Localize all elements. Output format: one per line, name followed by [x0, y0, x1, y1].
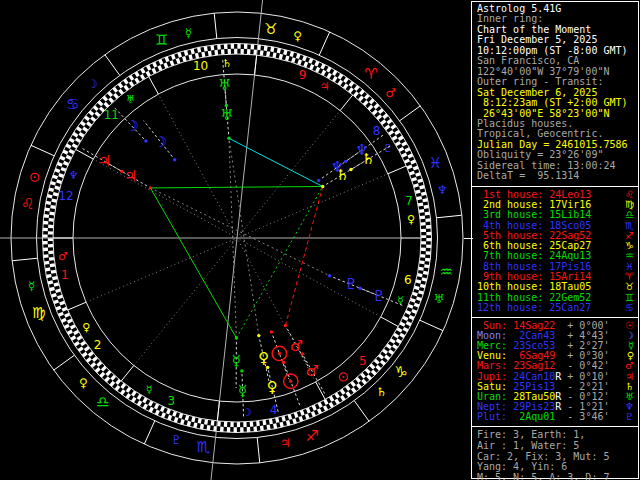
sign-leo-glyph: ♌ [21, 195, 34, 213]
planet-moon-natal-glyph: ☽ [154, 133, 167, 151]
houses-block: 1st house: 24Leo13♌ 2nd house: 17Vir16♍ … [472, 190, 638, 314]
house-ruler-icon: ♆ [69, 169, 79, 182]
natal-degree-dot [173, 158, 176, 161]
house-cusp-line [121, 365, 134, 381]
planet-uranus-transit-glyph: ♅ [218, 76, 231, 94]
house-cusp-line [316, 382, 326, 400]
house-ruler-icon: ♀ [82, 321, 90, 334]
aspect-square-line [285, 186, 322, 325]
sign-glyph-icon: ♋ [625, 303, 634, 313]
natal-degree-dot [321, 185, 324, 188]
sign-sagittarius-glyph: ♐ [305, 427, 318, 445]
sign-libra-glyph: ♎ [96, 393, 109, 411]
house-cusp-line [340, 95, 353, 111]
planet-glyph-icon: ♇ [625, 412, 634, 422]
planets-block: Sun: 14Sag22 + 0°00'☉Moon: 2Can43 + 4°43… [472, 321, 638, 421]
sign-ruler-icon: ♂ [385, 86, 396, 100]
house-number: 10 [193, 59, 208, 73]
house-ruler-icon: ♅ [126, 93, 136, 106]
planet-mercury-natal-glyph: ☿ [232, 352, 241, 370]
sign-taurus-glyph: ♉ [264, 20, 277, 38]
house-row: 12th house: 25Can27♋ [477, 303, 638, 313]
stat-line: Air : 1, Water: 5 [477, 441, 638, 452]
sign-cusp-line [54, 355, 75, 370]
sign-ruler-icon: ♄ [376, 385, 387, 399]
house-cusp-line [68, 302, 86, 310]
sign-cusp-line [420, 320, 443, 330]
planet-venus-transit-glyph: ♀ [267, 378, 278, 396]
house-ruler-icon: ♂ [58, 250, 68, 263]
sign-virgo-glyph: ♍ [32, 304, 45, 322]
sign-ruler-icon: ♆ [437, 183, 448, 197]
info-line: DeltaT = 95.1314 [477, 171, 638, 181]
chart-wheel: ♈♂♉♀♊☿♋☽♌♍☿♎♀♏♇♐♃♑♄♒♅♓♆1♂2♀3☿4☽56☿7♀8♇9♃… [0, 0, 471, 480]
sign-ruler-icon: ☿ [185, 26, 192, 40]
sign-cusp-line [354, 401, 369, 422]
sign-scorpio-glyph: ♏ [196, 438, 210, 456]
natal-degree-dot [328, 274, 331, 277]
sign-cusp-line [257, 437, 260, 462]
natal-degree-dot [257, 334, 260, 337]
sign-cusp-line [12, 258, 37, 261]
separator [472, 426, 638, 427]
sign-ruler-icon: ☿ [28, 279, 35, 293]
sign-cusp-line [214, 13, 217, 38]
sign-capricorn-glyph: ♑ [395, 363, 408, 381]
sign-pisces-glyph: ♓ [428, 154, 441, 172]
planet-row: Mars: 23Sag12 - 0°42'♂ [477, 361, 638, 371]
sign-ruler-icon: ♀ [79, 376, 88, 390]
house-ruler-icon: ☿ [397, 294, 404, 307]
house-number: 7 [405, 194, 413, 208]
house-number: 12 [58, 189, 73, 203]
sign-cusp-line [400, 106, 421, 121]
info-line: 8:12:23am (ST +2:00 GMT) [477, 98, 638, 108]
sign-ruler-icon: ♇ [171, 433, 182, 447]
natal-degree-dot [235, 336, 238, 339]
transit-degree-dot [144, 139, 147, 142]
house-number: 4 [270, 403, 278, 417]
house-number: 2 [94, 338, 102, 352]
planet-neptune-transit-glyph: ♆ [355, 141, 368, 159]
planet-jupiter-natal-glyph: ♃ [124, 167, 137, 185]
natal-degree-dot [227, 137, 230, 140]
house-cusp-line [149, 77, 159, 95]
house-ruler-icon: ♀ [407, 213, 415, 226]
aspect-trine-line [150, 188, 236, 338]
planet-glyph-icon: ♂ [625, 361, 634, 371]
separator [472, 317, 638, 318]
sign-ruler-sun-icon [34, 176, 36, 178]
house-ruler-icon: ♇ [383, 142, 393, 155]
house-cusp-line [217, 401, 219, 421]
house-cusp-line [388, 166, 406, 174]
sign-cancer-glyph: ♋ [66, 95, 79, 113]
info-panel: Astrolog 5.41GInner ring:Chart of the Mo… [471, 1, 639, 479]
astrolog-screen: ♈♂♉♀♊☿♋☽♌♍☿♎♀♏♇♐♃♑♄♒♅♓♆1♂2♀3☿4☽56☿7♀8♇9♃… [0, 0, 640, 480]
horizon-tick [464, 238, 473, 239]
planet-moon-transit-glyph: ☽ [126, 117, 139, 135]
house-ruler-icon: ♄ [222, 57, 232, 70]
sign-ruler-icon: ♀ [293, 29, 302, 43]
planet-pluto-natal-glyph: ♇ [344, 275, 357, 293]
house-ruler-icon: ♃ [320, 80, 330, 93]
stat-line: M: 5, N: 5, A: 3, D: 7 [477, 473, 638, 480]
planet-neptune-natal-glyph: ♆ [331, 158, 344, 176]
house-number: 8 [373, 124, 381, 138]
house-cusp-line [255, 55, 257, 75]
planet-mars-natal-glyph: ♂ [290, 337, 303, 355]
sign-cusp-line [436, 215, 461, 218]
transit-degree-dot [349, 168, 352, 171]
house-cusp-line [76, 149, 94, 159]
sign-cusp-line [105, 55, 120, 76]
planet-pluto-transit-glyph: ♇ [372, 287, 385, 305]
sign-aries-glyph: ♈ [364, 65, 377, 83]
house-ruler-sun-icon [342, 376, 344, 378]
planet-mercury-transit-glyph: ☿ [238, 382, 247, 400]
natal-degree-dot [149, 186, 152, 189]
transit-degree-dot [344, 160, 347, 163]
sign-cusp-line [31, 145, 54, 155]
house-cusp-line [381, 317, 399, 327]
house-number: 11 [104, 108, 119, 122]
pointer-line [285, 365, 301, 407]
house-ruler-icon: ☿ [146, 383, 153, 396]
natal-degree-dot [284, 324, 287, 327]
